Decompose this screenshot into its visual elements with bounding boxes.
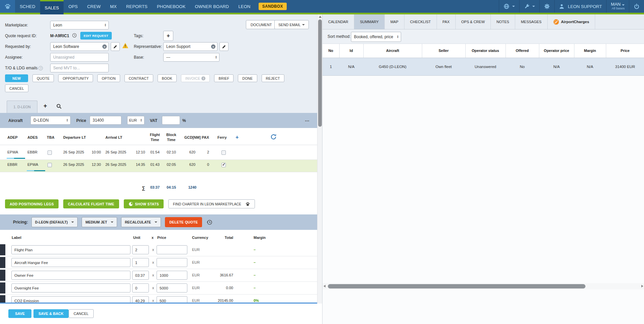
drag-handle[interactable] <box>0 257 5 268</box>
pricing-unit-input[interactable] <box>132 258 149 267</box>
calculate-flight-time-button[interactable]: CALCULATE FLIGHT TIME <box>63 199 119 208</box>
base-select[interactable]: --- ▲▼ <box>163 53 219 62</box>
offer-row[interactable]: 1 N/A G450 (D-LEON) Own fleet Unanswered… <box>323 58 644 75</box>
ferry-checkbox[interactable] <box>221 150 226 155</box>
pricing-unit-input[interactable] <box>132 271 149 280</box>
flight-leg-row[interactable]: EPWA EBBR 26 Sep 2025 10:00 26 Sep 2025 … <box>0 147 317 160</box>
app-home-button[interactable] <box>0 0 15 13</box>
nav-item-sales[interactable]: SALES <box>40 0 64 14</box>
pricing-label-input[interactable] <box>11 245 130 254</box>
representative-input[interactable] <box>163 42 217 51</box>
pricing-label-input[interactable] <box>11 258 130 267</box>
history-clock-icon[interactable] <box>72 33 77 38</box>
status-done-button[interactable]: DONE <box>238 74 257 82</box>
status-quote-button[interactable]: QUOTE <box>32 74 54 82</box>
nav-item-mx[interactable]: MX <box>105 0 121 13</box>
history-clock-icon[interactable] <box>207 219 212 225</box>
vat-input[interactable] <box>162 116 180 125</box>
drag-handle[interactable] <box>0 282 5 294</box>
aircraft-type-dropdown[interactable]: MEDIUM JET <box>82 217 117 227</box>
add-positioning-legs-button[interactable]: ADD POSITIONING LEGS <box>5 199 59 208</box>
ferry-checkbox[interactable] <box>221 163 226 167</box>
aircraft-select[interactable]: D-LEON ▲▼ <box>30 116 71 125</box>
edit-representative-button[interactable] <box>219 42 228 51</box>
price-input[interactable] <box>90 116 121 125</box>
status-opportunity-button[interactable]: OPPORTUNITY <box>58 74 93 82</box>
send-email-button[interactable]: SEND EMAIL <box>274 20 309 29</box>
pricing-price-input[interactable] <box>157 245 187 254</box>
status-new-button[interactable]: NEW <box>5 74 28 82</box>
tab-pax[interactable]: PAX <box>437 14 456 29</box>
right-panel-h-scrollbar[interactable] <box>323 283 644 289</box>
tab-summary[interactable]: SUMMARY <box>354 14 385 29</box>
settings-button[interactable] <box>539 0 554 13</box>
more-options-icon[interactable]: … <box>305 117 310 122</box>
pricing-profile-dropdown[interactable]: D-LEON (DEFAULT) <box>31 217 78 227</box>
pricing-label-input[interactable] <box>11 283 130 293</box>
status-contract-button[interactable]: CONTRACT <box>124 74 153 82</box>
save-and-back-button[interactable]: SAVE & BACK <box>33 309 69 318</box>
logout-button[interactable] <box>629 0 644 13</box>
clear-icon[interactable]: × <box>102 45 107 49</box>
nav-item-ops[interactable]: OPS <box>64 0 82 13</box>
nav-item-sched[interactable]: SCHED <box>15 0 40 13</box>
show-stats-button[interactable]: SHOW STATS <box>124 199 164 208</box>
pricing-unit-input[interactable] <box>132 283 149 293</box>
recalculate-dropdown[interactable]: RECALCULATE <box>121 217 161 227</box>
nav-item-leon[interactable]: LEON <box>234 0 255 13</box>
tab-map[interactable]: MAP <box>385 14 404 29</box>
scrollbar-thumb[interactable] <box>328 284 585 288</box>
add-quote-icon[interactable]: + <box>43 103 47 110</box>
scroll-right-arrow[interactable] <box>641 285 643 287</box>
marketplace-select[interactable]: Leon ▲▼ <box>50 21 109 29</box>
tab-calendar[interactable]: CALENDAR <box>323 14 354 29</box>
tab-quote-d-leon[interactable]: 1. D-LEON <box>7 101 37 113</box>
pricing-price-input[interactable] <box>157 258 187 267</box>
status-option-button[interactable]: OPTION <box>97 74 120 82</box>
tba-checkbox[interactable] <box>48 163 52 167</box>
status-cancel-button[interactable]: CANCEL <box>5 84 28 92</box>
search-icon[interactable] <box>56 104 62 109</box>
tools-menu[interactable] <box>519 0 539 13</box>
account-menu[interactable]: LEON SUPPORT <box>554 0 606 13</box>
tab-ops-crew[interactable]: OPS & CREW <box>456 14 491 29</box>
nav-item-phonebook[interactable]: PHONEBOOK <box>152 0 190 13</box>
status-brief-button[interactable]: BRIEF <box>214 74 234 82</box>
document-button[interactable]: DOCUMENT <box>246 20 277 29</box>
pricing-price-input[interactable] <box>157 283 187 293</box>
drag-handle[interactable] <box>0 270 5 281</box>
clear-icon[interactable]: × <box>211 45 215 49</box>
nav-item-reports[interactable]: REPORTS <box>121 0 152 13</box>
scroll-left-arrow[interactable] <box>324 285 326 287</box>
tab-notes[interactable]: NOTES <box>491 14 515 29</box>
assignee-input[interactable] <box>50 53 109 62</box>
language-menu[interactable] <box>499 0 519 13</box>
find-charter-button[interactable]: FIND CHARTER IN LEON MARKETPLACE <box>168 199 255 208</box>
flight-leg-row-ferry[interactable]: EBBR EPWA 26 Sep 2025 12:30 26 Sep 2025 … <box>0 160 317 172</box>
status-book-button[interactable]: BOOK <box>158 74 177 82</box>
edit-requested-by-button[interactable] <box>111 42 120 51</box>
refresh-icon[interactable] <box>270 134 277 140</box>
pricing-price-input[interactable] <box>157 271 187 280</box>
scroll-up-arrow[interactable] <box>319 16 321 18</box>
save-button[interactable]: SAVE <box>8 309 31 318</box>
mvt-emails-input[interactable] <box>50 64 109 72</box>
edit-request-button[interactable]: EDIT REQUEST <box>80 32 112 40</box>
nav-item-crew[interactable]: CREW <box>83 0 106 13</box>
currency-select[interactable]: EUR ▲▼ <box>127 116 145 125</box>
base-selector[interactable]: MAN All bases <box>606 0 629 13</box>
pricing-label-input[interactable] <box>11 271 130 280</box>
sandbox-badge[interactable]: SANDBOX <box>259 3 287 10</box>
tab-messages[interactable]: MESSAGES <box>515 14 548 29</box>
add-tag-button[interactable]: + <box>163 31 173 41</box>
delete-quote-button[interactable]: DELETE QUOTE <box>165 217 202 227</box>
tab-checklist[interactable]: CHECKLIST <box>404 14 437 29</box>
cancel-button[interactable]: CANCEL <box>69 309 94 318</box>
drag-handle[interactable] <box>0 244 5 255</box>
tba-checkbox[interactable] <box>48 150 52 155</box>
requested-by-input[interactable] <box>50 42 109 51</box>
scrollbar-thumb[interactable] <box>318 19 322 127</box>
status-reject-button[interactable]: REJECT <box>262 74 284 82</box>
pricing-unit-input[interactable] <box>132 245 149 254</box>
sort-method-select[interactable]: Booked, offered, price ▲▼ <box>351 32 401 42</box>
